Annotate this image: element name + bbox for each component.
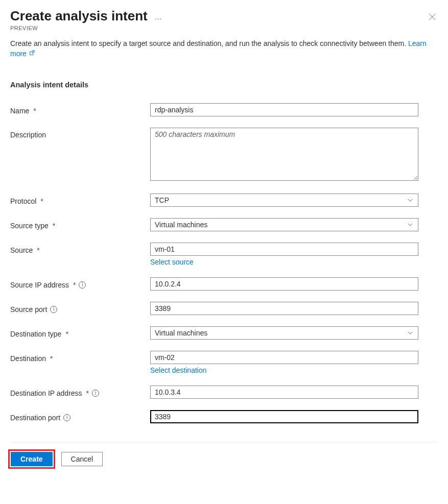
source-input[interactable] xyxy=(150,243,418,256)
label-name: Name* xyxy=(10,103,150,118)
chevron-down-icon xyxy=(407,197,414,204)
protocol-value: TCP xyxy=(155,196,169,204)
source-type-select[interactable]: Virtual machines xyxy=(150,218,418,231)
footer: Create Cancel xyxy=(8,442,438,478)
create-analysis-panel: Create analysis intent ··· PREVIEW Creat… xyxy=(0,0,448,478)
source-port-input[interactable] xyxy=(150,302,418,315)
field-destination-ip xyxy=(150,386,438,410)
title-block: Create analysis intent ··· xyxy=(10,8,162,24)
label-source-type: Source type* xyxy=(10,218,150,233)
label-destination-ip: Destination IP address* i xyxy=(10,386,150,401)
panel-header: Create analysis intent ··· xyxy=(10,8,438,24)
field-source: Select source xyxy=(150,243,438,277)
destination-type-select[interactable]: Virtual machines xyxy=(150,326,418,340)
info-icon[interactable]: i xyxy=(92,390,99,397)
create-highlight: Create xyxy=(8,449,55,469)
description-textarea[interactable] xyxy=(150,128,418,181)
required-marker: * xyxy=(33,107,36,115)
intro-text: Create an analysis intent to specify a t… xyxy=(10,38,438,59)
info-icon[interactable]: i xyxy=(79,281,86,289)
source-type-value: Virtual machines xyxy=(155,221,207,229)
label-source: Source* xyxy=(10,243,150,258)
protocol-select[interactable]: TCP xyxy=(150,194,418,207)
destination-ip-input[interactable] xyxy=(150,386,418,399)
cancel-button[interactable]: Cancel xyxy=(61,452,103,466)
name-input[interactable] xyxy=(150,103,418,116)
label-destination: Destination* xyxy=(10,351,150,366)
field-description xyxy=(150,128,438,194)
info-icon[interactable]: i xyxy=(63,414,70,421)
field-destination-port xyxy=(150,410,438,427)
label-protocol: Protocol* xyxy=(10,194,150,209)
source-ip-input[interactable] xyxy=(150,277,418,291)
more-icon[interactable]: ··· xyxy=(155,11,162,22)
field-destination-type: Virtual machines xyxy=(150,326,438,351)
destination-type-value: Virtual machines xyxy=(155,329,207,337)
field-source-ip xyxy=(150,277,438,302)
field-source-port xyxy=(150,302,438,326)
label-destination-type: Destination type* xyxy=(10,326,150,342)
chevron-down-icon xyxy=(407,329,414,337)
intro-description: Create an analysis intent to specify a t… xyxy=(10,39,406,47)
form: Name* Description Protocol* TCP Source xyxy=(10,103,438,427)
field-source-type: Virtual machines xyxy=(150,218,438,243)
section-details-title: Analysis intent details xyxy=(10,81,438,89)
page-title: Create analysis intent xyxy=(10,8,148,24)
chevron-down-icon xyxy=(407,221,414,228)
select-source-link[interactable]: Select source xyxy=(150,258,438,266)
field-protocol: TCP xyxy=(150,194,438,218)
label-destination-port: Destination port i xyxy=(10,410,150,425)
select-destination-link[interactable]: Select destination xyxy=(150,366,438,374)
label-source-ip: Source IP address* i xyxy=(10,277,150,293)
destination-port-input[interactable] xyxy=(150,410,418,423)
close-icon[interactable] xyxy=(427,10,438,25)
info-icon[interactable]: i xyxy=(50,306,57,313)
field-name xyxy=(150,103,438,128)
destination-input[interactable] xyxy=(150,351,418,364)
label-description: Description xyxy=(10,128,150,143)
preview-badge: PREVIEW xyxy=(10,25,438,31)
field-destination: Select destination xyxy=(150,351,438,386)
external-link-icon xyxy=(28,51,35,57)
label-source-port: Source port i xyxy=(10,302,150,317)
create-button[interactable]: Create xyxy=(11,452,53,466)
